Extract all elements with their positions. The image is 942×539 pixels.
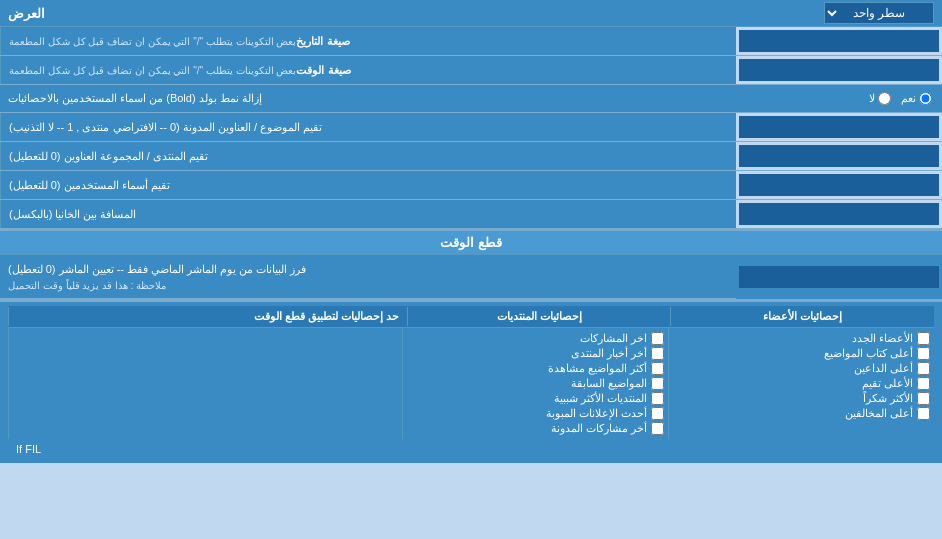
cb-similar[interactable]: المنتديات الأكثر شببية: [407, 392, 664, 405]
bold-remove-row: نعم لا إزالة نمط بولد (Bold) من اسماء ال…: [0, 85, 942, 113]
date-format-row: d-m صيغة التاريخ بعض التكوينات يتطلب "/"…: [0, 27, 942, 56]
footer-text: If FIL: [8, 439, 934, 459]
cb-top-donor[interactable]: أعلى الداعين: [673, 362, 930, 375]
date-format-input-wrapper: d-m: [739, 30, 939, 52]
gap-input-wrapper: 2: [739, 203, 939, 225]
header-row: سطر واحد العرض: [0, 0, 942, 27]
time-format-label: صيغة الوقت بعض التكوينات يتطلب "/" التي …: [0, 56, 736, 84]
forums-stats-col: اخر المشاركات أخر أخبار المنتدى أكثر الم…: [402, 328, 668, 439]
members-stats-col: الأعضاء الجدد أعلى كتاب المواضيع أعلى ال…: [668, 328, 934, 439]
cb-most-thanks[interactable]: الأكثر شكراً: [673, 392, 930, 405]
realtime-row: 0 فرز البيانات من يوم الماشر الماضي فقط …: [0, 255, 942, 300]
forum-sort-row: 33 تقيم المنتدى / المجموعة العناوين (0 ل…: [0, 142, 942, 171]
cb-top-rating[interactable]: الأعلى تقيم: [673, 377, 930, 390]
cb-ads[interactable]: أحدث الإعلانات المبوبة: [407, 407, 664, 420]
time-format-input[interactable]: H:i: [745, 63, 933, 77]
forum-sort-input-wrapper: 33: [739, 145, 939, 167]
cb-new-members[interactable]: الأعضاء الجدد: [673, 332, 930, 345]
gap-input[interactable]: 2: [745, 207, 933, 221]
realtime-label: فرز البيانات من يوم الماشر الماضي فقط --…: [0, 255, 736, 299]
time-format-row: H:i صيغة الوقت بعض التكوينات يتطلب "/" ا…: [0, 56, 942, 85]
cb-top-followups[interactable]: أعلى المخالفين: [673, 407, 930, 420]
cb-main-header: حد إحصاليات لتطبيق قطع الوقت: [8, 307, 407, 326]
cb-old-topics[interactable]: المواضيع السابقة: [407, 377, 664, 390]
bold-remove-label: إزالة نمط بولد (Bold) من اسماء المستخدمي…: [0, 89, 859, 108]
date-format-label: صيغة التاريخ بعض التكوينات يتطلب "/" الت…: [0, 27, 736, 55]
subject-sort-input[interactable]: 33: [745, 120, 933, 134]
date-format-input[interactable]: d-m: [745, 34, 933, 48]
main-container: سطر واحد العرض d-m صيغة التاريخ بعض التك…: [0, 0, 942, 463]
bold-radio-yes[interactable]: نعم: [901, 92, 932, 105]
display-dropdown[interactable]: سطر واحد: [824, 2, 934, 24]
users-sort-input[interactable]: 0: [745, 178, 933, 192]
users-sort-input-wrapper: 0: [739, 174, 939, 196]
bold-radio-no[interactable]: لا: [869, 92, 891, 105]
main-label-col: [8, 328, 402, 439]
cb-pinned[interactable]: أخر مشاركات المدونة: [407, 422, 664, 435]
forum-sort-label: تقيم المنتدى / المجموعة العناوين (0 للتع…: [0, 142, 736, 170]
users-sort-row: 0 تقيم أسماء المستخدمين (0 للتعطيل): [0, 171, 942, 200]
cb-forum-news[interactable]: أخر أخبار المنتدى: [407, 347, 664, 360]
checkboxes-section: إحصائيات الأعضاء إحصائيات المنتديات حد إ…: [0, 300, 942, 463]
cb-most-viewed[interactable]: أكثر المواضيع مشاهدة: [407, 362, 664, 375]
subject-sort-row: 33 تقيم الموضوع / العناوين المدونة (0 --…: [0, 113, 942, 142]
users-sort-label: تقيم أسماء المستخدمين (0 للتعطيل): [0, 171, 736, 199]
gap-label: المسافة بين الخانيا (بالبكسل): [0, 200, 736, 228]
subject-sort-label: تقيم الموضوع / العناوين المدونة (0 -- ال…: [0, 113, 736, 141]
forum-sort-input[interactable]: 33: [745, 149, 933, 163]
bold-radio-options: نعم لا: [859, 92, 942, 105]
gap-row: 2 المسافة بين الخانيا (بالبكسل): [0, 200, 942, 229]
cb-top-poster[interactable]: أعلى كتاب المواضيع: [673, 347, 930, 360]
time-format-input-wrapper: H:i: [739, 59, 939, 81]
header-label: العرض: [8, 6, 45, 21]
cb-col2-header: إحصائيات الأعضاء: [670, 307, 934, 326]
subject-sort-input-wrapper: 33: [739, 116, 939, 138]
realtime-input-wrapper: 0: [739, 266, 939, 288]
cb-shares[interactable]: اخر المشاركات: [407, 332, 664, 345]
realtime-input[interactable]: 0: [745, 270, 933, 284]
cb-col1-header: إحصائيات المنتديات: [407, 307, 671, 326]
checkboxes-header-wrapper: إحصائيات الأعضاء إحصائيات المنتديات حد إ…: [8, 306, 934, 328]
realtime-section-header: قطع الوقت: [0, 229, 942, 255]
checkboxes-grid: الأعضاء الجدد أعلى كتاب المواضيع أعلى ال…: [8, 328, 934, 439]
